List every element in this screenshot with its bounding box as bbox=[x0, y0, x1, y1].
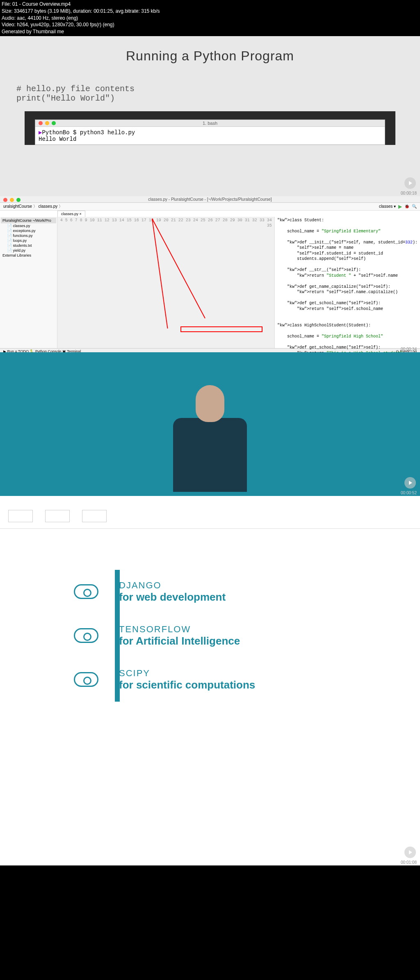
toolbar-right: classes ▾ ▶ 🐞 🔍 bbox=[379, 204, 417, 209]
play-button[interactable] bbox=[404, 177, 416, 189]
person-head-shape bbox=[196, 385, 224, 422]
slide-title: Running a Python Program bbox=[12, 48, 408, 64]
meta-audio: Audio: aac, 44100 Hz, stereo (eng) bbox=[2, 15, 418, 22]
play-button[interactable] bbox=[404, 847, 416, 858]
code-comment: # hello.py file contents print("Hello Wo… bbox=[16, 84, 408, 103]
meta-size: Size: 3346177 bytes (3.19 MiB), duration… bbox=[2, 8, 418, 15]
person-body-shape bbox=[173, 418, 247, 492]
project-sidebar: PluralsightCourse ~/Work/Pro 📄 classes.p… bbox=[0, 217, 57, 348]
maximize-icon bbox=[16, 198, 21, 202]
terminal-output: Hello World bbox=[39, 136, 381, 142]
debug-icon[interactable]: 🐞 bbox=[404, 204, 409, 209]
file-tree-item[interactable]: 📄 students.txt bbox=[1, 243, 56, 248]
window-controls bbox=[3, 198, 21, 202]
accent-bar bbox=[115, 614, 120, 658]
meta-video: Video: h264, yuv420p, 1280x720, 30.00 fp… bbox=[2, 21, 418, 28]
file-tree-item[interactable]: 📄 functions.py bbox=[1, 233, 56, 238]
terminal-window: 1. bash ▶PythonBo $ python3 hello.py Hel… bbox=[35, 119, 385, 145]
meta-file: File: 01 - Course Overview.mp4 bbox=[2, 1, 418, 8]
maximize-icon bbox=[52, 121, 56, 125]
ide-body: PluralsightCourse ~/Work/Pro 📄 classes.p… bbox=[0, 217, 420, 348]
annotation-box bbox=[180, 326, 262, 332]
framework-desc: for Artificial Intelligence bbox=[119, 635, 240, 647]
breadcrumb-path: uralsightCourse 〉 classes.py 〉 bbox=[3, 204, 63, 209]
file-tree-item[interactable]: 📄 loops.py bbox=[1, 238, 56, 243]
minimize-icon bbox=[45, 121, 49, 125]
sketch-header bbox=[0, 504, 420, 529]
terminal-frame: 1. bash ▶PythonBo $ python3 hello.py Hel… bbox=[25, 111, 395, 145]
sketch-shape bbox=[45, 510, 70, 522]
sketch-shape bbox=[8, 510, 33, 522]
window-controls bbox=[39, 121, 56, 125]
framework-desc: for web development bbox=[119, 591, 226, 604]
minimize-icon bbox=[10, 198, 14, 202]
sketch-shape bbox=[82, 510, 107, 522]
run-icon[interactable]: ▶ bbox=[398, 204, 402, 209]
slide-3: 00:00:52 bbox=[0, 352, 420, 496]
run-config[interactable]: classes ▾ bbox=[379, 204, 396, 209]
timestamp: 00:00:18 bbox=[401, 191, 417, 195]
instructor-photo bbox=[153, 381, 267, 496]
accent-bar bbox=[115, 658, 120, 702]
timestamp: 00:00:34 bbox=[401, 347, 417, 351]
eye-icon bbox=[74, 628, 98, 643]
window-title: classes.py - PluralsightCourse - [~/Work… bbox=[148, 197, 272, 202]
terminal-prompt: ▶PythonBo $ python3 hello.py bbox=[39, 129, 381, 136]
framework-name: TENSORFLOW bbox=[119, 624, 240, 635]
timestamp: 00:01:08 bbox=[401, 860, 417, 865]
file-tree-item[interactable]: 📄 classes.py bbox=[1, 223, 56, 228]
framework-row: TENSORFLOWfor Artificial Intelligence bbox=[0, 614, 420, 658]
framework-text: DJANGOfor web development bbox=[119, 580, 226, 604]
video-metadata: File: 01 - Course Overview.mp4 Size: 334… bbox=[0, 0, 420, 36]
framework-text: SCIPYfor scientific computations bbox=[119, 668, 255, 691]
accent-bar bbox=[115, 570, 120, 614]
terminal-title: 1. bash bbox=[203, 121, 217, 126]
meta-gen: Generated by Thumbnail me bbox=[2, 28, 418, 35]
eye-icon bbox=[74, 584, 98, 599]
timestamp: 00:00:52 bbox=[401, 491, 417, 495]
file-tree: 📄 classes.py📄 exceptions.py📄 functions.p… bbox=[1, 223, 56, 253]
code-area[interactable]: "kw">class Student: school_name = "Sprin… bbox=[275, 217, 420, 348]
terminal-body: ▶PythonBo $ python3 hello.py Hello World bbox=[35, 127, 385, 145]
close-icon bbox=[3, 198, 7, 202]
slide-2-ide: classes.py - PluralsightCourse - [~/Work… bbox=[0, 196, 420, 352]
ide-titlebar: classes.py - PluralsightCourse - [~/Work… bbox=[0, 196, 420, 203]
framework-text: TENSORFLOWfor Artificial Intelligence bbox=[119, 624, 240, 647]
search-icon[interactable]: 🔍 bbox=[412, 204, 417, 209]
framework-name: DJANGO bbox=[119, 580, 226, 591]
code-editor[interactable]: 4 5 6 7 8 9 10 11 12 13 14 15 16 17 18 1… bbox=[57, 217, 420, 348]
slide-1: Running a Python Program # hello.py file… bbox=[0, 36, 420, 196]
terminal-titlebar: 1. bash bbox=[35, 120, 385, 127]
framework-row: SCIPYfor scientific computations bbox=[0, 658, 420, 702]
frameworks-list: DJANGOfor web developmentTENSORFLOWfor A… bbox=[0, 570, 420, 702]
file-tree-item[interactable]: 📄 yield.py bbox=[1, 248, 56, 253]
eye-icon bbox=[74, 672, 98, 687]
framework-desc: for scientific computations bbox=[119, 679, 255, 691]
close-icon bbox=[39, 121, 43, 125]
play-button[interactable] bbox=[404, 477, 416, 489]
external-libraries[interactable]: External Libraries bbox=[1, 253, 56, 258]
sidebar-header: PluralsightCourse ~/Work/Pro bbox=[1, 218, 56, 223]
file-tree-item[interactable]: 📄 exceptions.py bbox=[1, 228, 56, 233]
framework-row: DJANGOfor web development bbox=[0, 570, 420, 614]
editor-tab[interactable]: classes.py × bbox=[57, 211, 85, 217]
slide-4: DJANGOfor web developmentTENSORFLOWfor A… bbox=[0, 496, 420, 865]
framework-name: SCIPY bbox=[119, 668, 255, 679]
ide-breadcrumb: uralsightCourse 〉 classes.py 〉 classes ▾… bbox=[0, 203, 420, 211]
